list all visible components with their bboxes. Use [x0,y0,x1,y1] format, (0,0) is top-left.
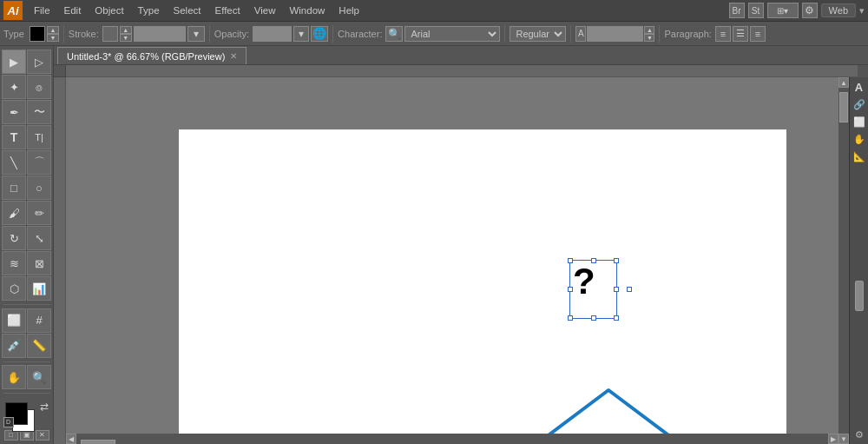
touch-type-tool[interactable]: T| [27,125,51,149]
scroll-down-btn[interactable]: ▼ [838,434,849,444]
document-tab[interactable]: Untitled-3* @ 66.67% (RGB/Preview) ✕ [57,47,247,64]
select-tool[interactable]: ▶ [2,50,26,74]
far-right-scroll-thumb[interactable] [855,281,864,311]
handle-middle-left[interactable] [568,287,573,292]
globe-icon[interactable]: 🌐 [311,26,328,42]
menu-file[interactable]: File [28,3,56,17]
handle-right-extra[interactable] [627,287,632,292]
menu-bar: Ai File Edit Object Type Select Effect V… [0,0,868,22]
warp-tool[interactable]: ≋ [2,251,26,275]
paintbrush-tool[interactable]: 🖌 [2,201,26,225]
web-workspace-button[interactable]: Web [821,3,856,17]
stroke-arrow-up[interactable]: ▲ [120,26,132,34]
handle-bottom-right[interactable] [614,315,619,321]
align-left-btn[interactable]: ≡ [715,26,731,42]
stroke-arrow-down[interactable]: ▼ [120,34,132,42]
magic-wand-tool[interactable]: ✦ [2,75,26,99]
far-right-btn-1[interactable]: A [852,79,867,95]
chart-tool[interactable]: 📊 [27,276,51,301]
zoom-tool[interactable]: 🔍 [27,365,51,389]
pencil-tool[interactable]: ✏ [27,201,51,225]
menu-view[interactable]: View [248,3,282,17]
character-search-icon[interactable]: 🔍 [385,26,403,42]
none-mode-btn[interactable]: ✕ [36,430,49,441]
mesh-tool[interactable]: # [27,308,51,333]
shape-builder-tool[interactable]: ⬡ [2,276,26,301]
font-family-select[interactable]: Arial [404,26,500,42]
swap-colors-icon[interactable]: ⇄ [40,401,49,413]
ruler-corner [54,65,66,77]
direct-select-tool[interactable]: ▷ [27,50,51,74]
scrollbar-vertical[interactable]: ▲ ▼ [838,77,849,444]
ellipse-tool[interactable]: ○ [27,176,51,200]
stroke-color-box[interactable] [102,26,118,42]
handle-top-middle[interactable] [591,258,596,263]
canvas-with-rulers: Untitled-3* @ 66.67% (RGB/Preview) ✕ [54,46,868,444]
rect-tool[interactable]: □ [2,176,26,200]
menu-effect[interactable]: Effect [209,3,247,17]
eyedropper-tool[interactable]: 💉 [2,334,26,358]
menu-select[interactable]: Select [168,3,207,17]
bridge-icon[interactable]: Br [729,3,745,18]
tab-close-btn[interactable]: ✕ [230,51,237,61]
menu-window[interactable]: Window [283,3,331,17]
far-right-settings-btn[interactable]: ⚙ [852,427,867,442]
scroll-up-btn[interactable]: ▲ [838,77,849,88]
toolbox-sep-2 [3,361,50,362]
stroke-width-input[interactable] [134,26,186,42]
stroke-options-btn[interactable]: ▾ [187,26,205,42]
scrollbar-horizontal[interactable]: ◀ ▶ [66,434,838,444]
lasso-tool[interactable]: ⌾ [27,75,51,99]
scroll-left-btn[interactable]: ◀ [66,434,76,444]
toolbox-sep-1 [3,304,50,305]
handle-bottom-middle[interactable] [591,315,596,321]
fill-arrow-up[interactable]: ▲ [47,26,59,34]
free-transform-tool[interactable]: ⊠ [27,251,51,275]
fill-color-box[interactable] [30,26,45,42]
font-style-select[interactable]: Regular [510,26,566,42]
workspace-icon[interactable]: ⊞▾ [767,3,799,18]
selected-text-object[interactable]: ? [569,260,621,321]
character-label: Character: [338,29,382,39]
far-right-btn-5[interactable]: 📐 [852,149,867,164]
handle-top-right[interactable] [614,258,619,263]
arc-tool[interactable]: ⌒ [27,150,51,175]
measure-tool[interactable]: 📏 [27,334,51,358]
far-right-btn-4[interactable]: ✋ [852,131,867,147]
pen-tool[interactable]: ✒ [2,100,26,124]
curvature-tool[interactable]: 〜 [27,100,51,124]
app-logo: Ai [3,1,23,20]
rotate-tool[interactable]: ↻ [2,226,26,250]
hand-tool[interactable]: ✋ [2,365,26,389]
fill-arrow-down[interactable]: ▼ [47,34,59,42]
far-right-btn-3[interactable]: ⬜ [852,114,867,129]
align-center-btn[interactable]: ☰ [733,26,748,42]
canvas-area[interactable]: ? [66,77,849,444]
scroll-thumb[interactable] [839,92,848,123]
gradient-tool[interactable]: ⬜ [2,308,26,333]
search-icon[interactable]: ⚙ [802,3,818,18]
menu-help[interactable]: Help [332,3,365,17]
menu-edit[interactable]: Edit [58,3,88,17]
line-tool[interactable]: ╲ [2,150,26,175]
default-colors-icon[interactable]: D [3,417,14,427]
scale-tool[interactable]: ⤡ [27,226,51,250]
font-size-input[interactable]: 104.42 pt [587,26,643,42]
handle-top-left[interactable] [568,258,573,263]
far-right-btn-2[interactable]: 🔗 [852,96,867,112]
menu-type[interactable]: Type [132,3,166,17]
scroll-right-btn[interactable]: ▶ [828,434,838,444]
handle-middle-right[interactable] [614,287,619,292]
menu-object[interactable]: Object [89,3,129,17]
stock-icon[interactable]: St [748,3,764,18]
align-right-btn[interactable]: ≡ [750,26,766,42]
opacity-expand-btn[interactable]: ▾ [293,26,309,42]
selection-bounding-box [569,260,617,319]
hscroll-thumb[interactable] [81,440,115,444]
handle-bottom-left[interactable] [568,315,573,321]
far-right-panel: A 🔗 ⬜ ✋ 📐 ⚙ [849,77,868,444]
type-tool[interactable]: T [2,125,26,149]
size-arrow-up[interactable]: ▲ [644,26,654,34]
opacity-input[interactable]: 100% [253,26,292,42]
size-arrow-down[interactable]: ▼ [644,34,654,42]
